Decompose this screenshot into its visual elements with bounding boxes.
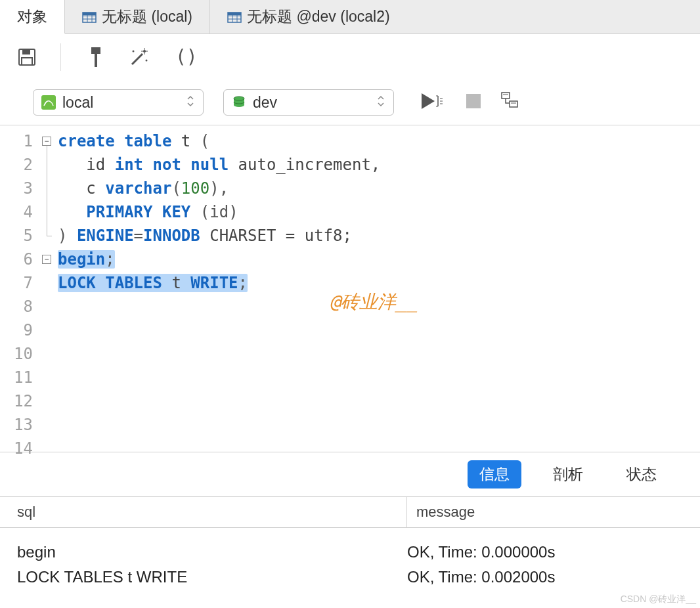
svg-rect-11 <box>228 12 241 15</box>
result-message: OK, Time: 0.000000s <box>407 543 683 561</box>
database-label: dev <box>253 94 376 112</box>
result-tab-profile[interactable]: 剖析 <box>541 460 595 489</box>
connection-row: local dev <box>0 80 700 125</box>
result-tab-info[interactable]: 信息 <box>468 460 521 489</box>
svg-line-17 <box>132 54 142 64</box>
svg-rect-30 <box>502 93 510 98</box>
svg-rect-24 <box>41 95 56 110</box>
connection-select[interactable]: local <box>33 89 204 116</box>
table-icon <box>227 11 242 24</box>
tab-bar: 对象 无标题 (local) 无标题 @dev (local2) <box>0 0 700 34</box>
svg-rect-31 <box>510 101 517 107</box>
code-area[interactable]: create table t ( id int not null auto_in… <box>54 125 700 452</box>
svg-point-20 <box>146 60 148 62</box>
format-button[interactable] <box>85 46 104 68</box>
col-head-message: message <box>407 504 700 521</box>
svg-rect-14 <box>22 58 32 65</box>
run-button[interactable] <box>420 92 447 113</box>
col-head-sql: sql <box>0 497 407 527</box>
result-tab-state[interactable]: 状态 <box>615 460 668 489</box>
fold-toggle[interactable]: − <box>42 255 51 264</box>
beautify-button[interactable] <box>128 46 150 68</box>
svg-marker-27 <box>422 93 435 109</box>
result-body: begin OK, Time: 0.000000s LOCK TABLES t … <box>0 528 700 601</box>
tab-label: 无标题 (local) <box>102 7 192 27</box>
svg-text:(): () <box>175 47 194 67</box>
result-sql: begin <box>17 543 407 561</box>
database-icon <box>232 95 246 110</box>
toolbar: () <box>0 34 700 80</box>
fold-toggle[interactable]: − <box>42 137 51 146</box>
svg-point-19 <box>133 51 135 53</box>
chevron-updown-icon <box>186 95 195 110</box>
result-sql: LOCK TABLES t WRITE <box>17 568 407 586</box>
explain-button[interactable] <box>500 91 521 114</box>
tab-untitled-dev[interactable]: 无标题 @dev (local2) <box>210 0 407 33</box>
fold-column: − − <box>39 125 54 452</box>
mysql-icon <box>41 95 56 110</box>
database-select[interactable]: dev <box>223 89 394 116</box>
separator <box>60 43 61 71</box>
result-row[interactable]: LOCK TABLES t WRITE OK, Time: 0.002000s <box>17 565 683 590</box>
sql-editor[interactable]: 12 34 56 78 910 1112 1314 − − create tab… <box>0 125 700 452</box>
tab-label: 对象 <box>17 7 47 27</box>
svg-rect-29 <box>466 94 481 108</box>
line-gutter: 12 34 56 78 910 1112 1314 <box>0 125 39 452</box>
svg-rect-5 <box>83 12 96 15</box>
tab-label: 无标题 @dev (local2) <box>247 7 390 27</box>
save-button[interactable] <box>17 47 37 67</box>
chevron-updown-icon <box>376 95 385 110</box>
connection-label: local <box>62 94 186 112</box>
result-row[interactable]: begin OK, Time: 0.000000s <box>17 540 683 565</box>
parens-button[interactable]: () <box>174 47 194 67</box>
svg-rect-13 <box>22 49 30 54</box>
result-header: sql message <box>0 496 700 528</box>
svg-rect-15 <box>91 47 100 54</box>
tab-objects[interactable]: 对象 <box>0 0 65 34</box>
tab-untitled-local[interactable]: 无标题 (local) <box>65 0 210 33</box>
stop-button[interactable] <box>465 93 482 112</box>
svg-rect-16 <box>95 54 97 67</box>
result-message: OK, Time: 0.002000s <box>407 568 683 586</box>
table-icon <box>82 11 97 24</box>
